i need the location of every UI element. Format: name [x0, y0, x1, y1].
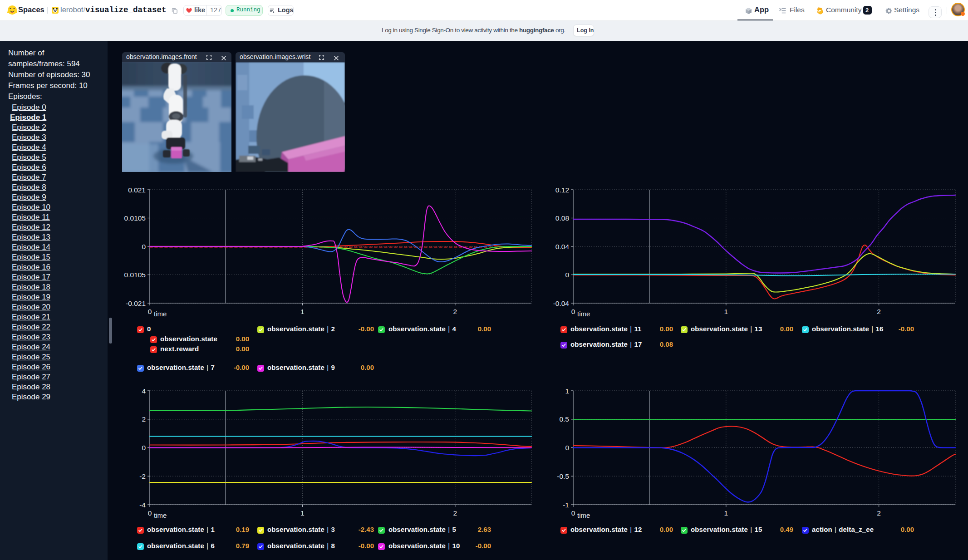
svg-text:time: time	[577, 511, 590, 519]
svg-text:-1: -1	[563, 501, 569, 509]
svg-text:0.5: 0.5	[559, 415, 569, 423]
svg-text:-2: -2	[139, 472, 146, 480]
svg-text:0.021: 0.021	[128, 186, 146, 194]
svg-text:1: 1	[300, 308, 305, 315]
svg-text:0: 0	[142, 444, 146, 452]
svg-text:-4: -4	[139, 501, 146, 509]
svg-text:0.0105: 0.0105	[124, 271, 146, 279]
svg-text:-0.5: -0.5	[557, 472, 569, 480]
svg-text:1: 1	[565, 387, 569, 395]
svg-text:1: 1	[300, 509, 305, 517]
svg-text:0: 0	[148, 308, 152, 315]
svg-text:0: 0	[571, 308, 575, 315]
svg-text:2: 2	[142, 415, 146, 423]
svg-text:4: 4	[142, 387, 146, 395]
svg-text:0: 0	[148, 509, 152, 517]
svg-text:0: 0	[565, 444, 569, 452]
svg-text:time: time	[154, 310, 167, 318]
svg-text:2: 2	[453, 509, 457, 517]
svg-text:0: 0	[571, 509, 575, 517]
svg-text:0.0105: 0.0105	[124, 214, 146, 222]
svg-text:0.12: 0.12	[555, 186, 569, 194]
svg-text:time: time	[154, 511, 167, 519]
svg-text:1: 1	[724, 308, 728, 315]
svg-text:1: 1	[724, 509, 728, 517]
svg-text:-0.021: -0.021	[126, 300, 146, 307]
svg-text:2: 2	[453, 308, 457, 315]
svg-text:2: 2	[877, 308, 881, 315]
svg-text:0: 0	[565, 271, 569, 279]
svg-text:time: time	[577, 310, 590, 318]
svg-text:2: 2	[877, 509, 881, 517]
svg-text:-0.04: -0.04	[553, 300, 570, 307]
svg-text:0: 0	[142, 243, 146, 251]
svg-text:0.04: 0.04	[555, 243, 570, 251]
svg-text:0.08: 0.08	[555, 214, 569, 222]
